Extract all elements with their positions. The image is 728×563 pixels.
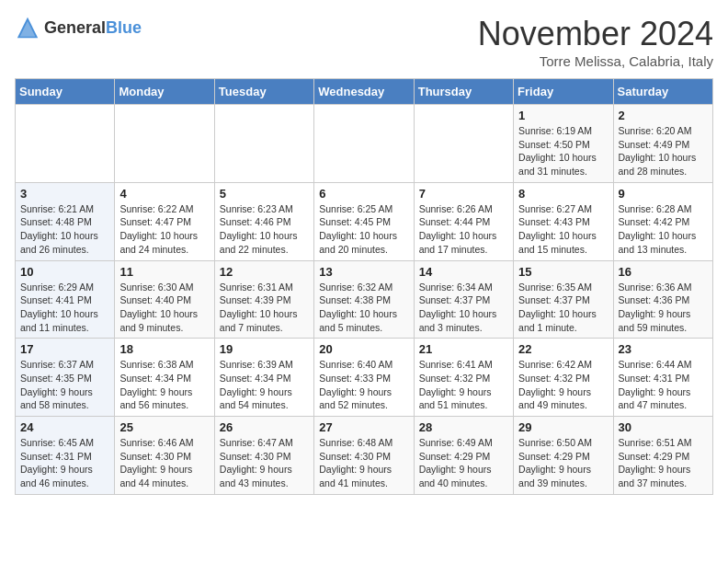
cell-info: Sunrise: 6:23 AM Sunset: 4:46 PM Dayligh… — [220, 202, 309, 257]
calendar-cell: 9Sunrise: 6:28 AM Sunset: 4:42 PM Daylig… — [613, 182, 712, 260]
cell-day-number: 13 — [319, 265, 408, 279]
cell-day-number: 12 — [220, 265, 309, 279]
calendar-cell: 26Sunrise: 6:47 AM Sunset: 4:30 PM Dayli… — [214, 417, 313, 495]
calendar-cell — [115, 105, 214, 183]
cell-day-number: 6 — [319, 187, 408, 201]
calendar-cell — [414, 105, 513, 183]
cell-day-number: 9 — [619, 187, 708, 201]
cell-day-number: 4 — [119, 187, 209, 201]
calendar-cell: 1Sunrise: 6:19 AM Sunset: 4:50 PM Daylig… — [514, 105, 613, 183]
calendar-cell: 3Sunrise: 6:21 AM Sunset: 4:48 PM Daylig… — [16, 182, 115, 260]
location-title: Torre Melissa, Calabria, Italy — [478, 53, 713, 69]
day-header-saturday: Saturday — [613, 79, 712, 105]
calendar-cell: 13Sunrise: 6:32 AM Sunset: 4:38 PM Dayli… — [314, 260, 414, 339]
cell-day-number: 3 — [20, 187, 109, 201]
calendar-cell: 4Sunrise: 6:22 AM Sunset: 4:47 PM Daylig… — [115, 182, 214, 260]
calendar-cell — [314, 105, 414, 183]
cell-day-number: 17 — [20, 342, 109, 356]
cell-info: Sunrise: 6:48 AM Sunset: 4:30 PM Dayligh… — [319, 436, 408, 490]
day-header-thursday: Thursday — [414, 79, 513, 105]
calendar-cell: 27Sunrise: 6:48 AM Sunset: 4:30 PM Dayli… — [314, 417, 414, 495]
cell-info: Sunrise: 6:45 AM Sunset: 4:31 PM Dayligh… — [20, 436, 109, 490]
calendar-cell: 25Sunrise: 6:46 AM Sunset: 4:30 PM Dayli… — [115, 417, 214, 495]
day-header-friday: Friday — [514, 79, 613, 105]
day-header-monday: Monday — [115, 79, 214, 105]
day-header-sunday: Sunday — [16, 79, 115, 105]
cell-info: Sunrise: 6:36 AM Sunset: 4:36 PM Dayligh… — [619, 281, 708, 335]
cell-info: Sunrise: 6:20 AM Sunset: 4:49 PM Dayligh… — [619, 124, 708, 178]
calendar-cell — [16, 105, 115, 183]
cell-day-number: 5 — [220, 187, 309, 201]
calendar-cell: 22Sunrise: 6:42 AM Sunset: 4:32 PM Dayli… — [514, 339, 613, 417]
day-header-wednesday: Wednesday — [314, 79, 414, 105]
calendar-cell: 6Sunrise: 6:25 AM Sunset: 4:45 PM Daylig… — [314, 182, 414, 260]
cell-info: Sunrise: 6:46 AM Sunset: 4:30 PM Dayligh… — [119, 436, 209, 490]
calendar: SundayMondayTuesdayWednesdayThursdayFrid… — [15, 78, 713, 495]
calendar-cell: 30Sunrise: 6:51 AM Sunset: 4:29 PM Dayli… — [613, 417, 712, 495]
week-row-0: 1Sunrise: 6:19 AM Sunset: 4:50 PM Daylig… — [16, 105, 713, 183]
calendar-cell: 17Sunrise: 6:37 AM Sunset: 4:35 PM Dayli… — [16, 339, 115, 417]
cell-day-number: 27 — [319, 420, 408, 434]
month-title: November 2024 — [478, 15, 713, 53]
cell-info: Sunrise: 6:41 AM Sunset: 4:32 PM Dayligh… — [419, 358, 508, 412]
calendar-cell: 20Sunrise: 6:40 AM Sunset: 4:33 PM Dayli… — [314, 339, 414, 417]
week-row-4: 24Sunrise: 6:45 AM Sunset: 4:31 PM Dayli… — [16, 417, 713, 495]
week-row-1: 3Sunrise: 6:21 AM Sunset: 4:48 PM Daylig… — [16, 182, 713, 260]
cell-info: Sunrise: 6:32 AM Sunset: 4:38 PM Dayligh… — [319, 281, 408, 335]
calendar-cell: 14Sunrise: 6:34 AM Sunset: 4:37 PM Dayli… — [414, 260, 513, 339]
cell-day-number: 21 — [419, 342, 508, 356]
cell-day-number: 19 — [220, 342, 309, 356]
calendar-cell: 24Sunrise: 6:45 AM Sunset: 4:31 PM Dayli… — [16, 417, 115, 495]
cell-day-number: 29 — [518, 420, 608, 434]
calendar-cell: 10Sunrise: 6:29 AM Sunset: 4:41 PM Dayli… — [16, 260, 115, 339]
header: GeneralBlue November 2024 Torre Melissa,… — [15, 15, 713, 69]
cell-day-number: 18 — [119, 342, 209, 356]
cell-info: Sunrise: 6:19 AM Sunset: 4:50 PM Dayligh… — [518, 124, 608, 178]
cell-info: Sunrise: 6:34 AM Sunset: 4:37 PM Dayligh… — [419, 281, 508, 335]
cell-info: Sunrise: 6:22 AM Sunset: 4:47 PM Dayligh… — [119, 202, 209, 257]
cell-info: Sunrise: 6:49 AM Sunset: 4:29 PM Dayligh… — [419, 436, 508, 490]
cell-info: Sunrise: 6:28 AM Sunset: 4:42 PM Dayligh… — [619, 202, 708, 257]
cell-day-number: 10 — [20, 265, 109, 279]
cell-info: Sunrise: 6:37 AM Sunset: 4:35 PM Dayligh… — [20, 358, 109, 412]
calendar-cell: 15Sunrise: 6:35 AM Sunset: 4:37 PM Dayli… — [514, 260, 613, 339]
cell-day-number: 2 — [619, 109, 708, 122]
cell-info: Sunrise: 6:30 AM Sunset: 4:40 PM Dayligh… — [119, 281, 209, 335]
calendar-cell: 8Sunrise: 6:27 AM Sunset: 4:43 PM Daylig… — [514, 182, 613, 260]
cell-day-number: 16 — [619, 265, 708, 279]
calendar-cell: 16Sunrise: 6:36 AM Sunset: 4:36 PM Dayli… — [613, 260, 712, 339]
cell-day-number: 23 — [619, 342, 708, 356]
cell-day-number: 1 — [518, 109, 608, 122]
cell-info: Sunrise: 6:51 AM Sunset: 4:29 PM Dayligh… — [619, 436, 708, 490]
cell-day-number: 20 — [319, 342, 408, 356]
cell-info: Sunrise: 6:42 AM Sunset: 4:32 PM Dayligh… — [518, 358, 608, 412]
week-row-2: 10Sunrise: 6:29 AM Sunset: 4:41 PM Dayli… — [16, 260, 713, 339]
calendar-cell: 28Sunrise: 6:49 AM Sunset: 4:29 PM Dayli… — [414, 417, 513, 495]
cell-day-number: 15 — [518, 265, 608, 279]
cell-info: Sunrise: 6:31 AM Sunset: 4:39 PM Dayligh… — [220, 281, 309, 335]
cell-info: Sunrise: 6:50 AM Sunset: 4:29 PM Dayligh… — [518, 436, 608, 490]
cell-day-number: 24 — [20, 420, 109, 434]
cell-info: Sunrise: 6:25 AM Sunset: 4:45 PM Dayligh… — [319, 202, 408, 257]
cell-info: Sunrise: 6:38 AM Sunset: 4:34 PM Dayligh… — [119, 358, 209, 412]
calendar-cell: 2Sunrise: 6:20 AM Sunset: 4:49 PM Daylig… — [613, 105, 712, 183]
cell-info: Sunrise: 6:39 AM Sunset: 4:34 PM Dayligh… — [220, 358, 309, 412]
cell-day-number: 28 — [419, 420, 508, 434]
calendar-cell: 12Sunrise: 6:31 AM Sunset: 4:39 PM Dayli… — [214, 260, 313, 339]
cell-info: Sunrise: 6:27 AM Sunset: 4:43 PM Dayligh… — [518, 202, 608, 257]
cell-day-number: 8 — [518, 187, 608, 201]
cell-info: Sunrise: 6:26 AM Sunset: 4:44 PM Dayligh… — [419, 202, 508, 257]
cell-day-number: 26 — [220, 420, 309, 434]
week-row-3: 17Sunrise: 6:37 AM Sunset: 4:35 PM Dayli… — [16, 339, 713, 417]
cell-info: Sunrise: 6:44 AM Sunset: 4:31 PM Dayligh… — [619, 358, 708, 412]
logo-general: General — [44, 18, 106, 37]
calendar-cell: 7Sunrise: 6:26 AM Sunset: 4:44 PM Daylig… — [414, 182, 513, 260]
cell-info: Sunrise: 6:35 AM Sunset: 4:37 PM Dayligh… — [518, 281, 608, 335]
calendar-cell — [214, 105, 313, 183]
cell-day-number: 25 — [119, 420, 209, 434]
calendar-cell: 21Sunrise: 6:41 AM Sunset: 4:32 PM Dayli… — [414, 339, 513, 417]
cell-info: Sunrise: 6:40 AM Sunset: 4:33 PM Dayligh… — [319, 358, 408, 412]
cell-day-number: 30 — [619, 420, 708, 434]
logo-blue: Blue — [106, 18, 142, 37]
cell-day-number: 22 — [518, 342, 608, 356]
